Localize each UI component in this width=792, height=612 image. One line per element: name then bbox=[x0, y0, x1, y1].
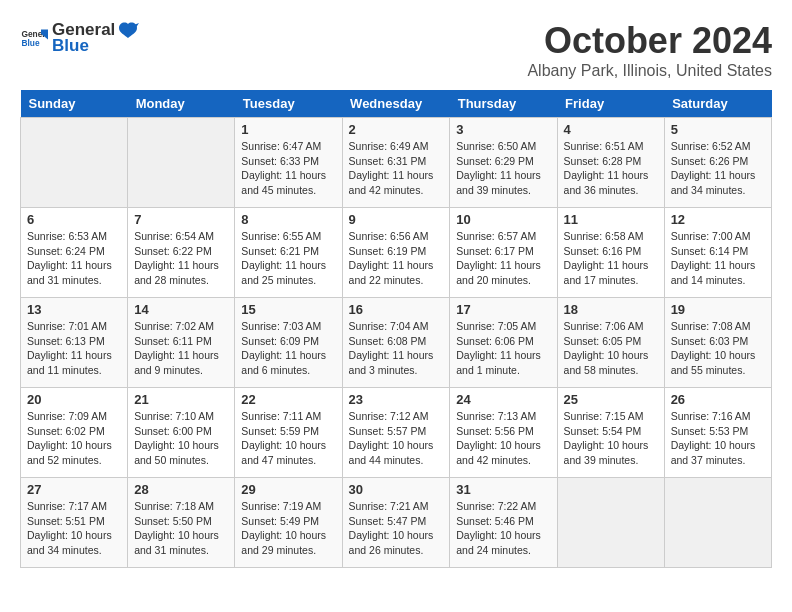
header: General Blue General Blue October 2024 A… bbox=[20, 20, 772, 80]
calendar-cell: 6Sunrise: 6:53 AMSunset: 6:24 PMDaylight… bbox=[21, 208, 128, 298]
calendar-cell: 23Sunrise: 7:12 AMSunset: 5:57 PMDayligh… bbox=[342, 388, 450, 478]
week-row-5: 27Sunrise: 7:17 AMSunset: 5:51 PMDayligh… bbox=[21, 478, 772, 568]
cell-content: Sunrise: 7:05 AMSunset: 6:06 PMDaylight:… bbox=[456, 319, 550, 378]
day-number: 24 bbox=[456, 392, 550, 407]
day-number: 12 bbox=[671, 212, 765, 227]
day-number: 17 bbox=[456, 302, 550, 317]
svg-text:Blue: Blue bbox=[21, 38, 39, 48]
day-number: 26 bbox=[671, 392, 765, 407]
day-number: 30 bbox=[349, 482, 444, 497]
day-number: 28 bbox=[134, 482, 228, 497]
cell-content: Sunrise: 6:57 AMSunset: 6:17 PMDaylight:… bbox=[456, 229, 550, 288]
day-number: 7 bbox=[134, 212, 228, 227]
calendar-cell: 7Sunrise: 6:54 AMSunset: 6:22 PMDaylight… bbox=[128, 208, 235, 298]
calendar-cell bbox=[557, 478, 664, 568]
day-number: 5 bbox=[671, 122, 765, 137]
day-number: 27 bbox=[27, 482, 121, 497]
cell-content: Sunrise: 7:04 AMSunset: 6:08 PMDaylight:… bbox=[349, 319, 444, 378]
day-number: 4 bbox=[564, 122, 658, 137]
calendar-cell: 17Sunrise: 7:05 AMSunset: 6:06 PMDayligh… bbox=[450, 298, 557, 388]
cell-content: Sunrise: 6:54 AMSunset: 6:22 PMDaylight:… bbox=[134, 229, 228, 288]
day-number: 20 bbox=[27, 392, 121, 407]
calendar-cell: 16Sunrise: 7:04 AMSunset: 6:08 PMDayligh… bbox=[342, 298, 450, 388]
cell-content: Sunrise: 7:11 AMSunset: 5:59 PMDaylight:… bbox=[241, 409, 335, 468]
day-header-thursday: Thursday bbox=[450, 90, 557, 118]
week-row-3: 13Sunrise: 7:01 AMSunset: 6:13 PMDayligh… bbox=[21, 298, 772, 388]
cell-content: Sunrise: 6:47 AMSunset: 6:33 PMDaylight:… bbox=[241, 139, 335, 198]
calendar-cell: 18Sunrise: 7:06 AMSunset: 6:05 PMDayligh… bbox=[557, 298, 664, 388]
cell-content: Sunrise: 6:49 AMSunset: 6:31 PMDaylight:… bbox=[349, 139, 444, 198]
day-number: 23 bbox=[349, 392, 444, 407]
day-number: 22 bbox=[241, 392, 335, 407]
day-header-wednesday: Wednesday bbox=[342, 90, 450, 118]
day-number: 16 bbox=[349, 302, 444, 317]
day-header-monday: Monday bbox=[128, 90, 235, 118]
calendar-cell: 9Sunrise: 6:56 AMSunset: 6:19 PMDaylight… bbox=[342, 208, 450, 298]
day-number: 6 bbox=[27, 212, 121, 227]
day-number: 1 bbox=[241, 122, 335, 137]
cell-content: Sunrise: 7:06 AMSunset: 6:05 PMDaylight:… bbox=[564, 319, 658, 378]
calendar-cell: 31Sunrise: 7:22 AMSunset: 5:46 PMDayligh… bbox=[450, 478, 557, 568]
cell-content: Sunrise: 6:58 AMSunset: 6:16 PMDaylight:… bbox=[564, 229, 658, 288]
calendar-cell: 28Sunrise: 7:18 AMSunset: 5:50 PMDayligh… bbox=[128, 478, 235, 568]
cell-content: Sunrise: 7:13 AMSunset: 5:56 PMDaylight:… bbox=[456, 409, 550, 468]
calendar-cell: 27Sunrise: 7:17 AMSunset: 5:51 PMDayligh… bbox=[21, 478, 128, 568]
week-row-4: 20Sunrise: 7:09 AMSunset: 6:02 PMDayligh… bbox=[21, 388, 772, 478]
month-title: October 2024 bbox=[527, 20, 772, 62]
cell-content: Sunrise: 7:16 AMSunset: 5:53 PMDaylight:… bbox=[671, 409, 765, 468]
calendar-cell: 25Sunrise: 7:15 AMSunset: 5:54 PMDayligh… bbox=[557, 388, 664, 478]
day-number: 8 bbox=[241, 212, 335, 227]
day-number: 25 bbox=[564, 392, 658, 407]
day-number: 31 bbox=[456, 482, 550, 497]
calendar-cell: 3Sunrise: 6:50 AMSunset: 6:29 PMDaylight… bbox=[450, 118, 557, 208]
calendar-cell: 2Sunrise: 6:49 AMSunset: 6:31 PMDaylight… bbox=[342, 118, 450, 208]
logo-icon: General Blue bbox=[20, 24, 48, 52]
cell-content: Sunrise: 6:53 AMSunset: 6:24 PMDaylight:… bbox=[27, 229, 121, 288]
calendar-cell: 30Sunrise: 7:21 AMSunset: 5:47 PMDayligh… bbox=[342, 478, 450, 568]
calendar-cell: 11Sunrise: 6:58 AMSunset: 6:16 PMDayligh… bbox=[557, 208, 664, 298]
cell-content: Sunrise: 7:02 AMSunset: 6:11 PMDaylight:… bbox=[134, 319, 228, 378]
calendar-cell: 24Sunrise: 7:13 AMSunset: 5:56 PMDayligh… bbox=[450, 388, 557, 478]
title-area: October 2024 Albany Park, Illinois, Unit… bbox=[527, 20, 772, 80]
calendar-cell: 26Sunrise: 7:16 AMSunset: 5:53 PMDayligh… bbox=[664, 388, 771, 478]
day-number: 19 bbox=[671, 302, 765, 317]
calendar-cell: 15Sunrise: 7:03 AMSunset: 6:09 PMDayligh… bbox=[235, 298, 342, 388]
location-title: Albany Park, Illinois, United States bbox=[527, 62, 772, 80]
cell-content: Sunrise: 7:01 AMSunset: 6:13 PMDaylight:… bbox=[27, 319, 121, 378]
day-header-tuesday: Tuesday bbox=[235, 90, 342, 118]
calendar-cell: 12Sunrise: 7:00 AMSunset: 6:14 PMDayligh… bbox=[664, 208, 771, 298]
calendar-cell: 14Sunrise: 7:02 AMSunset: 6:11 PMDayligh… bbox=[128, 298, 235, 388]
calendar-cell bbox=[21, 118, 128, 208]
calendar-cell: 8Sunrise: 6:55 AMSunset: 6:21 PMDaylight… bbox=[235, 208, 342, 298]
calendar-cell: 1Sunrise: 6:47 AMSunset: 6:33 PMDaylight… bbox=[235, 118, 342, 208]
day-number: 11 bbox=[564, 212, 658, 227]
week-row-1: 1Sunrise: 6:47 AMSunset: 6:33 PMDaylight… bbox=[21, 118, 772, 208]
cell-content: Sunrise: 6:50 AMSunset: 6:29 PMDaylight:… bbox=[456, 139, 550, 198]
calendar-cell: 5Sunrise: 6:52 AMSunset: 6:26 PMDaylight… bbox=[664, 118, 771, 208]
day-number: 3 bbox=[456, 122, 550, 137]
header-row: SundayMondayTuesdayWednesdayThursdayFrid… bbox=[21, 90, 772, 118]
day-header-saturday: Saturday bbox=[664, 90, 771, 118]
calendar-cell: 21Sunrise: 7:10 AMSunset: 6:00 PMDayligh… bbox=[128, 388, 235, 478]
logo-bird-icon bbox=[117, 21, 139, 39]
day-number: 15 bbox=[241, 302, 335, 317]
cell-content: Sunrise: 6:51 AMSunset: 6:28 PMDaylight:… bbox=[564, 139, 658, 198]
day-number: 14 bbox=[134, 302, 228, 317]
cell-content: Sunrise: 7:17 AMSunset: 5:51 PMDaylight:… bbox=[27, 499, 121, 558]
cell-content: Sunrise: 7:08 AMSunset: 6:03 PMDaylight:… bbox=[671, 319, 765, 378]
cell-content: Sunrise: 7:00 AMSunset: 6:14 PMDaylight:… bbox=[671, 229, 765, 288]
calendar-cell: 13Sunrise: 7:01 AMSunset: 6:13 PMDayligh… bbox=[21, 298, 128, 388]
day-number: 10 bbox=[456, 212, 550, 227]
calendar-cell bbox=[664, 478, 771, 568]
day-header-sunday: Sunday bbox=[21, 90, 128, 118]
cell-content: Sunrise: 7:18 AMSunset: 5:50 PMDaylight:… bbox=[134, 499, 228, 558]
calendar-cell: 19Sunrise: 7:08 AMSunset: 6:03 PMDayligh… bbox=[664, 298, 771, 388]
cell-content: Sunrise: 6:56 AMSunset: 6:19 PMDaylight:… bbox=[349, 229, 444, 288]
cell-content: Sunrise: 7:22 AMSunset: 5:46 PMDaylight:… bbox=[456, 499, 550, 558]
day-number: 13 bbox=[27, 302, 121, 317]
calendar-cell bbox=[128, 118, 235, 208]
logo: General Blue General Blue bbox=[20, 20, 141, 56]
cell-content: Sunrise: 6:52 AMSunset: 6:26 PMDaylight:… bbox=[671, 139, 765, 198]
cell-content: Sunrise: 7:15 AMSunset: 5:54 PMDaylight:… bbox=[564, 409, 658, 468]
calendar-cell: 20Sunrise: 7:09 AMSunset: 6:02 PMDayligh… bbox=[21, 388, 128, 478]
